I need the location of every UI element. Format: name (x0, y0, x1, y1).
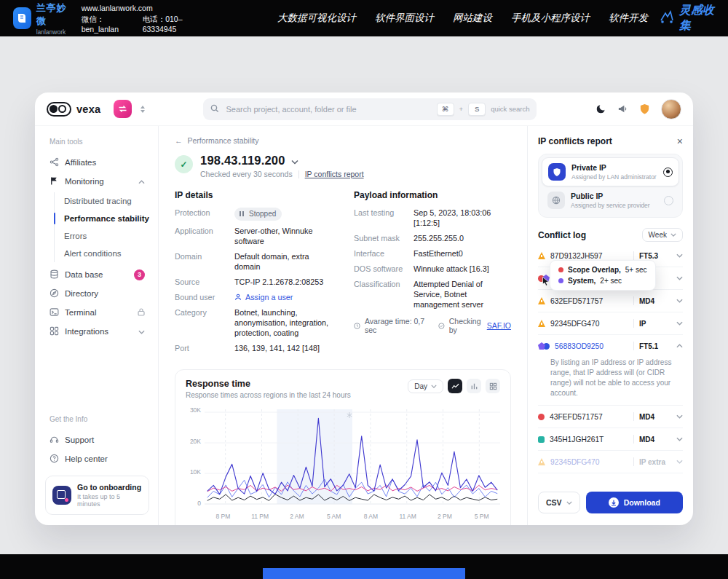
line-chart-plot[interactable] (205, 406, 500, 510)
field-label: Classification (354, 279, 414, 310)
monitoring-submenu: Distributed tracing Performance stabilit… (54, 192, 149, 262)
log-row-hovered[interactable]: Scope Overlap,5+ sec System,2+ sec (538, 267, 683, 290)
ip-chevron-icon[interactable] (291, 154, 298, 168)
promo-nav-item-software-ui[interactable]: 软件界面设计 (375, 12, 434, 25)
saf-io-link[interactable]: SAF.IO (487, 321, 511, 330)
field-label: DOS software (354, 264, 414, 274)
sidebar-item-integrations[interactable]: Integrations (45, 322, 149, 341)
option-private-ip[interactable]: Private IP Assigned by LAN administrator (542, 157, 679, 186)
promo-nav-item-mobile[interactable]: 手机及小程序设计 (511, 12, 590, 25)
lanlanwork-logo[interactable]: 兰亭妙微 lanlanwork (13, 1, 70, 36)
ip-type-options: Private IP Assigned by LAN administrator… (538, 154, 683, 218)
radio-selected[interactable] (663, 168, 673, 177)
radio-unselected[interactable] (664, 196, 673, 205)
vexa-logo[interactable]: vexa (47, 102, 100, 117)
chart-type-grid-button[interactable] (486, 379, 500, 393)
field-label: Port (175, 343, 234, 353)
ip-details-section: IP details Protection Stopped Applicatio… (175, 190, 332, 358)
sidebar-item-distributed-tracing[interactable]: Distributed tracing (55, 192, 149, 210)
payload-section: Payload information Last testingSep 5, 2… (354, 190, 511, 358)
chevron-down-icon (676, 299, 683, 303)
csv-export-select[interactable]: CSV (538, 492, 580, 513)
sidebar-item-errors[interactable]: Errors (55, 227, 149, 245)
sidebar-label: Support (65, 436, 145, 444)
download-button[interactable]: Download (586, 492, 683, 513)
sidebar-item-database[interactable]: Data base 3 (45, 265, 149, 284)
inspiration-collect-button[interactable]: 灵感收集 (660, 3, 715, 34)
option-title: Public IP (571, 192, 658, 200)
log-row-muted[interactable]: 92345DFG470 IP extra (538, 451, 683, 473)
dark-mode-icon[interactable] (596, 103, 606, 114)
lock-icon (138, 308, 145, 318)
conflict-tag: MD4 (639, 413, 671, 421)
log-row[interactable]: 92345DFG470 IP (538, 312, 683, 335)
announcement-icon[interactable] (617, 103, 628, 114)
field-value: Botnet, launching, anonymisation, integr… (234, 307, 332, 338)
promo-nav-item-website[interactable]: 网站建设 (453, 12, 492, 25)
checking-by: Checking by SAF.IO (438, 317, 511, 334)
csv-label: CSV (546, 498, 562, 507)
bottom-accent-strip (263, 568, 465, 579)
option-public-ip[interactable]: Public IP Assigned by service provider (542, 186, 679, 214)
conflict-tag: FT5.3 (639, 252, 671, 260)
sidebar-item-monitoring[interactable]: Monitoring (45, 172, 149, 191)
conflict-description: By listing an IP address or IP address r… (538, 357, 683, 406)
field-label: Application (175, 226, 234, 246)
conflict-id: 92345DFG470 (550, 458, 628, 466)
cursor-icon (542, 277, 550, 288)
sidebar-bottom: Get the Info Support (45, 414, 149, 515)
onboarding-card[interactable]: Go to onboarding It takes up to 5 minute… (45, 476, 149, 515)
private-ip-icon (548, 163, 566, 181)
period-value: Day (414, 382, 427, 390)
divider (298, 170, 299, 178)
user-avatar[interactable] (661, 99, 681, 119)
search-input[interactable] (224, 104, 431, 114)
field-value: FastEthernet0 (414, 248, 463, 259)
week-value: Week (649, 231, 667, 239)
conflict-tag: IP (639, 320, 671, 328)
period-select[interactable]: Day (408, 379, 443, 393)
field-label: Bound user (175, 292, 234, 302)
sidebar-item-performance-stability[interactable]: Performance stability (55, 210, 149, 227)
response-time-card: Response time Response times across regi… (175, 369, 511, 525)
promo-bar: 兰亭妙微 lanlanwork www.lanlanwork.com 微信：be… (0, 0, 728, 36)
workspace-caret-icon[interactable] (141, 106, 145, 113)
sidebar-item-affiliates[interactable]: Affiliates (45, 153, 149, 172)
log-row[interactable]: 632EFD571757 MD4 (538, 290, 683, 312)
app-topbar: vexa ⌘ + S quick search (35, 92, 693, 126)
promo-nav-item-bigdata[interactable]: 大数据可视化设计 (277, 12, 356, 25)
log-row[interactable]: 43FEFD571757 MD4 (538, 406, 683, 428)
warning-icon (538, 252, 545, 259)
assign-user-link[interactable]: Assign a user (234, 292, 293, 302)
week-select[interactable]: Week (642, 228, 683, 242)
promo-nav-item-dev[interactable]: 软件开发 (609, 12, 648, 25)
conflict-tag: IP extra (639, 458, 671, 466)
security-shield-icon[interactable] (639, 103, 650, 115)
topbar-actions (596, 99, 681, 119)
sidebar-item-help-center[interactable]: Help center (45, 449, 149, 468)
average-time: Avarage time: 0,7 sec (354, 317, 425, 334)
sidebar-item-directory[interactable]: Directory (45, 284, 149, 303)
log-row-expanded[interactable]: 56883OD9250 FT5.1 (538, 335, 683, 357)
field-value: 136, 139, 141, 142 [148] (234, 343, 320, 353)
bottom-bar (0, 554, 728, 579)
back-navigation[interactable]: ← Performance stability (175, 136, 511, 145)
global-search[interactable]: ⌘ + S quick search (203, 98, 537, 120)
sidebar-item-alert-conditions[interactable]: Alert conditions (55, 245, 149, 262)
option-title: Private IP (571, 163, 657, 172)
close-icon[interactable]: × (677, 136, 683, 146)
field-value: TCP-IP 2.1.2678.2:08253 (234, 277, 323, 287)
sidebar-item-terminal[interactable]: Terminal (45, 303, 149, 322)
chart-type-bar-button[interactable] (467, 379, 481, 393)
field-label: Category (175, 307, 234, 338)
sidebar-item-support[interactable]: Support (45, 430, 149, 449)
workspace-switcher-button[interactable] (114, 100, 132, 118)
website-link[interactable]: www.lanlanwork.com (82, 4, 203, 12)
terminal-icon (50, 307, 59, 318)
conflict-log-title: Conflict log (538, 230, 586, 240)
wechat-label: 微信：ben_lanlan (82, 15, 131, 34)
promo-contact: www.lanlanwork.com 微信：ben_lanlan 电话：010–… (82, 4, 203, 34)
log-row[interactable]: 345H1JGH261T MD4 (538, 428, 683, 451)
chart-type-line-button[interactable] (448, 379, 462, 393)
ip-conflicts-report-link[interactable]: IP conflicts report (305, 170, 364, 178)
